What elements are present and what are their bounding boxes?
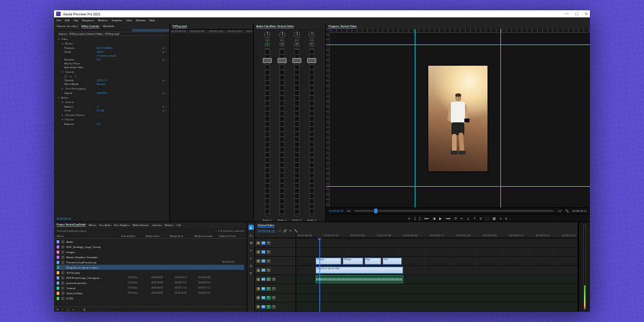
project-item[interactable]: TinTint.png xyxy=(57,270,244,275)
track-solo-toggle[interactable]: S xyxy=(272,278,276,281)
project-tab-3[interactable]: Ess. Graphics xyxy=(114,224,129,227)
solo-button[interactable]: S xyxy=(309,43,314,46)
blend-value[interactable]: Normal xyxy=(97,82,106,86)
track-lock-icon[interactable]: 🔒 xyxy=(256,269,260,272)
lane-V1[interactable]: Drag this on top of a video… xyxy=(296,266,578,275)
timeline-settings-icon[interactable]: 🔧 xyxy=(294,229,298,232)
lane-A4[interactable] xyxy=(296,303,578,312)
transport-button-10[interactable]: ⤒ xyxy=(473,216,476,220)
track-mute-toggle[interactable]: M xyxy=(267,296,270,299)
tool-6[interactable]: T xyxy=(249,271,254,276)
project-item[interactable]: PremiereCropPresets.zip 00:00:00:00 xyxy=(57,260,244,265)
track-target-toggle[interactable]: A2 xyxy=(261,287,265,290)
track-header-V4[interactable]: 🔒 V4 👁 xyxy=(255,238,296,247)
project-item[interactable]: EDCFooterLogo_Transpare… 23.976 fps 00:0… xyxy=(57,275,244,280)
mask-rect-icon[interactable]: ▭ xyxy=(70,75,72,78)
track-header-V3[interactable]: 🔒 V3 👁 xyxy=(255,248,296,257)
sequence-tab[interactable]: Vertical Video xyxy=(258,223,274,227)
guide-h-top[interactable] xyxy=(326,44,590,45)
menu-window[interactable]: Window xyxy=(136,19,146,22)
volume-fader[interactable] xyxy=(265,48,270,216)
project-item[interactable]: Vertical Video 23.976 fps 00:00:00:00 00… xyxy=(57,290,244,296)
lane-A3[interactable] xyxy=(296,294,578,303)
timeline-ruler[interactable]: 00:00:00:0000:00:01:0000:00:02:0000:00:0… xyxy=(255,234,578,238)
track-solo-toggle[interactable]: S xyxy=(272,296,276,299)
lane-V3[interactable] xyxy=(296,248,578,257)
audio-clip[interactable] xyxy=(316,275,403,283)
mixer-title[interactable]: Audio Clip Mixer: Vertical Video xyxy=(256,24,294,28)
project-tab-5[interactable]: Libraries xyxy=(152,224,162,227)
keyframe-icon[interactable] xyxy=(162,47,167,50)
program-quality-dropdown[interactable]: 1/2 xyxy=(558,209,562,213)
menu-clip[interactable]: Clip xyxy=(73,19,78,22)
marker-add-icon[interactable]: ⚑ xyxy=(289,229,292,232)
transport-button-11[interactable]: ⎚ xyxy=(480,216,482,220)
transport-button-8[interactable]: ✂ xyxy=(460,216,463,220)
track-eye-icon[interactable]: 👁 xyxy=(267,242,270,245)
menu-file[interactable]: File xyxy=(57,19,61,22)
program-seek-slider[interactable] xyxy=(354,210,554,212)
transport-button-9[interactable]: ⤓ xyxy=(467,216,469,220)
timeline-timecode[interactable]: 00:00:04:18 xyxy=(258,229,274,233)
tab-metadata[interactable]: Metadata xyxy=(103,24,114,28)
source-monitor-canvas[interactable] xyxy=(170,33,253,222)
video-clip[interactable]: Drag this on top of a video… xyxy=(316,267,403,274)
lane-V2[interactable]: FVGuy2…FVGuy4…Dog…Golf… xyxy=(296,257,578,266)
track-header-A4[interactable]: 🔒 A4 M S xyxy=(255,303,296,312)
level-value[interactable]: 0.0 dB xyxy=(97,109,104,112)
track-eye-icon[interactable]: 👁 xyxy=(267,251,270,254)
track-target-toggle[interactable]: V3 xyxy=(261,251,265,254)
project-item[interactable]: Images xyxy=(57,249,244,254)
track-header-A1[interactable]: 🔒 A1 M S xyxy=(255,275,296,284)
transport-button-6[interactable]: ⟶ xyxy=(446,216,450,220)
video-clip[interactable]: FVGuy2… xyxy=(316,258,341,265)
project-footer-button-0[interactable]: ⊞ xyxy=(57,308,59,311)
menu-markers[interactable]: Markers xyxy=(98,19,108,22)
project-filter-icon[interactable]: ⌕ xyxy=(215,229,217,232)
track-mute-toggle[interactable]: M xyxy=(267,278,270,281)
project-item[interactable]: Audio xyxy=(57,239,244,244)
track-lock-icon[interactable]: 🔒 xyxy=(256,305,260,308)
maximize-button[interactable]: ☐ xyxy=(575,12,578,16)
project-item[interactable]: Motion Graphics Template xyxy=(57,254,244,260)
keyframe-icon[interactable] xyxy=(162,59,167,61)
project-item[interactable]: Drag this on top of a video… xyxy=(57,265,244,270)
track-lock-icon[interactable]: 🔒 xyxy=(256,251,260,254)
menu-sequence[interactable]: Sequence xyxy=(82,19,94,22)
tool-1[interactable]: ▭ xyxy=(249,232,254,238)
menu-view[interactable]: View xyxy=(126,19,132,22)
tool-4[interactable]: ⌁ xyxy=(249,256,254,261)
program-fit-dropdown[interactable]: Fit xyxy=(347,209,350,213)
fx-time-remap[interactable]: Time Remapping xyxy=(62,87,167,90)
project-footer-button-4[interactable]: ⌕ xyxy=(78,308,80,311)
tab-effect-controls[interactable]: Effect Controls xyxy=(82,24,99,28)
track-eye-icon[interactable]: 👁 xyxy=(267,269,270,272)
snap-icon[interactable]: ⮂ xyxy=(278,229,281,232)
track-mute-toggle[interactable]: M xyxy=(267,287,270,290)
pan-knob[interactable] xyxy=(294,32,300,38)
bypass-checkbox[interactable]: ☐ xyxy=(97,105,99,108)
transport-button-7[interactable]: ↺ xyxy=(454,216,457,220)
project-item[interactable]: ICON xyxy=(57,296,244,301)
project-tab-4[interactable]: Media Browser xyxy=(133,224,149,227)
transport-button-12[interactable]: ⬚ xyxy=(486,216,489,220)
section-audio[interactable]: Audio xyxy=(58,96,167,99)
program-tab[interactable]: Program: Vertical Video xyxy=(328,24,357,28)
mask-ellipse-icon[interactable]: ◯ xyxy=(64,75,67,78)
transport-button-4[interactable]: ◀ xyxy=(433,216,435,220)
track-lock-icon[interactable]: 🔒 xyxy=(256,242,260,245)
track-target-toggle[interactable]: A4 xyxy=(261,305,265,308)
project-item[interactable]: Tutorial 23.976 fps 00:00:00:00 00:00:27… xyxy=(57,285,244,290)
guide-h-bot[interactable] xyxy=(326,186,590,187)
video-clip[interactable]: Golf… xyxy=(383,258,402,265)
pan-knob[interactable] xyxy=(264,32,270,38)
balance-value[interactable]: 0.0 xyxy=(97,122,100,126)
track-mute-toggle[interactable]: M xyxy=(267,305,270,308)
transport-button-14[interactable]: + xyxy=(500,216,502,220)
tool-2[interactable]: ✥ xyxy=(249,240,254,245)
transport-button-15[interactable]: ≡ xyxy=(506,216,507,220)
keyframe-icon[interactable] xyxy=(162,79,167,82)
tool-5[interactable]: ✎ xyxy=(249,263,254,269)
keyframe-icon[interactable] xyxy=(162,109,167,112)
program-timecode[interactable]: 00:00:04:18 xyxy=(329,209,343,213)
